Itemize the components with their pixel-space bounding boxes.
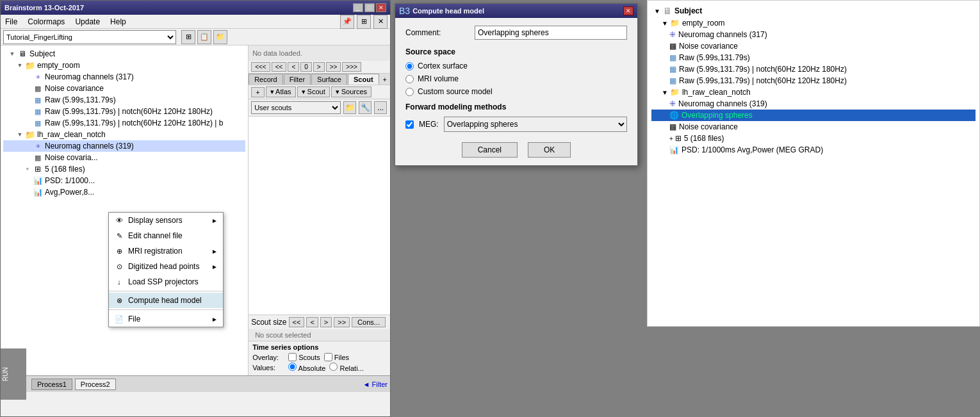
- scouts-folder-button[interactable]: 📁: [343, 101, 356, 114]
- subject-dropdown[interactable]: Tutorial_FingerLifting: [3, 30, 176, 44]
- meg-method-dropdown[interactable]: Overlapping spheres Single sphere OpenME…: [444, 117, 627, 132]
- subj-168-files-label: 5 (168 files): [684, 134, 724, 143]
- tree-item-neuromag-319[interactable]: ▶ ⁜ Neuromag channels (319): [3, 140, 245, 152]
- expand-subject[interactable]: ▼: [8, 50, 16, 58]
- ctx-load-ssp[interactable]: ↓ Load SSP projectors: [109, 274, 223, 290]
- ctx-compute-head-model[interactable]: ⊗ Compute head model: [109, 293, 223, 308]
- tree-item-raw-1[interactable]: ▶ ▦ Raw (5.99s,131.79s): [3, 94, 245, 106]
- comment-input[interactable]: [475, 26, 627, 40]
- tab-add[interactable]: +: [380, 74, 390, 85]
- ctx-digitized-head[interactable]: ⊙ Digitized head points ►: [109, 259, 223, 274]
- subj-neuromag-319[interactable]: ⁜ Neuromag channels (319): [651, 98, 976, 110]
- sources-button[interactable]: ▾ Sources: [331, 86, 372, 97]
- mri-volume-radio[interactable]: [405, 75, 414, 83]
- scouts-more-button[interactable]: ...: [374, 101, 387, 114]
- toolbar-close-icon[interactable]: ✕: [373, 15, 388, 29]
- process2-tab[interactable]: Process2: [75, 379, 116, 390]
- load-ssp-icon: ↓: [114, 277, 124, 287]
- user-scouts-dropdown[interactable]: User scouts Desikan-Killiany Brodmann: [251, 101, 341, 114]
- atlas-button[interactable]: ▾ Atlas: [266, 86, 296, 97]
- tab-record[interactable]: Record: [249, 74, 282, 85]
- absolute-radio[interactable]: [288, 363, 297, 371]
- nav-zero[interactable]: 0: [300, 62, 312, 72]
- nav-next1[interactable]: >: [313, 62, 325, 72]
- window-controls: _ □ ✕: [353, 3, 386, 12]
- size-next[interactable]: >: [320, 317, 332, 327]
- nav-next2[interactable]: >>: [326, 62, 341, 72]
- tree-item-raw-2[interactable]: ▶ ▦ Raw (5.99s,131.79s) | notch(60Hz 120…: [3, 106, 245, 117]
- toolbar-icon-2[interactable]: 📋: [197, 30, 211, 44]
- subj-raw-1[interactable]: ▦ Raw (5.99s,131.79s): [651, 52, 976, 63]
- scouts-settings-button[interactable]: 🔧: [359, 101, 372, 114]
- lh-raw-expand[interactable]: ▼: [662, 89, 668, 96]
- menu-help[interactable]: Help: [108, 17, 128, 27]
- process1-tab[interactable]: Process1: [31, 379, 72, 390]
- tree-item-noise-cov-2[interactable]: ▶ ▩ Noise covaria...: [3, 152, 245, 163]
- nav-first[interactable]: <<<: [251, 62, 270, 72]
- toolbar-layout-icon[interactable]: ⊞: [357, 15, 371, 29]
- tree-item-empty-room[interactable]: ▼ 📁 empty_room: [3, 60, 245, 71]
- meg-checkbox[interactable]: [405, 120, 414, 129]
- subj-lh-raw[interactable]: ▼ 📁 lh_raw_clean_notch: [651, 86, 976, 98]
- nav-prev2[interactable]: <<: [272, 62, 287, 72]
- add-scout-button[interactable]: +: [251, 87, 264, 97]
- menu-colormaps[interactable]: Colormaps: [26, 17, 67, 27]
- subj-168-files[interactable]: + ⊞ 5 (168 files): [651, 133, 976, 144]
- tree-item-subject[interactable]: ▼ 🖥 Subject: [3, 48, 245, 60]
- toolbar-icon-1[interactable]: ⊞: [181, 30, 195, 44]
- tree-item-168-files[interactable]: + ⊞ 5 (168 files): [3, 163, 245, 175]
- cancel-button[interactable]: Cancel: [462, 142, 518, 158]
- menu-update[interactable]: Update: [73, 17, 102, 27]
- subj-overlapping-spheres[interactable]: 🌐 Overlapping spheres: [651, 110, 976, 121]
- subj-neuromag-317[interactable]: ⁜ Neuromag channels (317): [651, 29, 976, 40]
- empty-room-expand[interactable]: ▼: [662, 20, 668, 27]
- size-last[interactable]: >>: [334, 317, 350, 327]
- nav-last[interactable]: >>>: [342, 62, 361, 72]
- ctx-mri-registration[interactable]: ⊕ MRI registration ►: [109, 243, 223, 259]
- expand-lh-raw[interactable]: ▼: [16, 131, 24, 138]
- tree-item-noise-cov-1[interactable]: ▶ ▩ Noise covariance: [3, 83, 245, 94]
- tree-item-lh-raw[interactable]: ▼ 📁 lh_raw_clean_notch: [3, 129, 245, 140]
- tree-item-raw-3[interactable]: ▶ ▦ Raw (5.99s,131.79s) | notch(60Hz 120…: [3, 117, 245, 129]
- dialog-close-button[interactable]: ✕: [623, 6, 633, 15]
- relative-text: Relati...: [339, 364, 363, 372]
- cons-button[interactable]: Cons...: [352, 317, 386, 327]
- cortex-surface-radio[interactable]: [405, 62, 414, 70]
- subj-empty-room[interactable]: ▼ 📁 empty_room: [651, 17, 976, 29]
- tab-surface[interactable]: Surface: [311, 74, 347, 85]
- ctx-edit-channel[interactable]: ✎ Edit channel file: [109, 228, 223, 243]
- nav-prev1[interactable]: <: [288, 62, 299, 72]
- tab-filter[interactable]: Filter: [284, 74, 311, 85]
- toolbar-icon-3[interactable]: 📁: [213, 30, 227, 44]
- subj-psd[interactable]: 📊 PSD: 1/1000ms Avg,Power (MEG GRAD): [651, 144, 976, 156]
- ctx-display-sensors[interactable]: 👁 Display sensors ►: [109, 213, 223, 228]
- maximize-button[interactable]: □: [364, 3, 375, 12]
- expand-168-files[interactable]: +: [24, 165, 31, 173]
- tab-scout[interactable]: Scout: [348, 74, 379, 85]
- time-series-section: Time series options Overlay: Scouts File…: [249, 341, 390, 375]
- files-checkbox[interactable]: [324, 353, 332, 361]
- scouts-checkbox[interactable]: [288, 353, 297, 361]
- custom-source-radio[interactable]: [405, 88, 414, 96]
- toolbar-pin-icon[interactable]: 📌: [340, 15, 354, 29]
- size-prev[interactable]: <: [306, 317, 318, 327]
- relative-radio[interactable]: [329, 363, 338, 371]
- ok-button[interactable]: OK: [528, 142, 571, 158]
- tree-item-neuromag-317[interactable]: ▶ ⁜ Neuromag channels (317): [3, 71, 245, 83]
- scout-button[interactable]: ▾ Scout: [297, 86, 330, 97]
- files-168-expand[interactable]: +: [669, 135, 673, 142]
- ctx-file[interactable]: 📄 File ►: [109, 311, 223, 327]
- size-first[interactable]: <<: [289, 317, 305, 327]
- subj-noise-cov-1[interactable]: ▩ Noise covariance: [651, 40, 976, 52]
- subject-expand-icon[interactable]: ▼: [654, 8, 660, 15]
- minimize-button[interactable]: _: [353, 3, 363, 12]
- subj-raw-3[interactable]: ▦ Raw (5.99s,131.79s) | notch(60Hz 120Hz…: [651, 75, 976, 86]
- subj-noise-cov-2[interactable]: ▩ Noise covariance: [651, 121, 976, 133]
- expand-empty-room[interactable]: ▼: [16, 61, 24, 69]
- tree-item-psd[interactable]: ▶ 📊 PSD: 1/1000...: [3, 175, 245, 186]
- tree-item-avg-power[interactable]: ▶ 📊 Avg,Power,8...: [3, 186, 245, 198]
- close-button[interactable]: ✕: [376, 3, 386, 12]
- filter-link[interactable]: ◄ Filter: [363, 380, 388, 388]
- subj-raw-2[interactable]: ▦ Raw (5.99s,131.79s) | notch(60Hz 120Hz…: [651, 63, 976, 75]
- menu-file[interactable]: File: [3, 17, 19, 27]
